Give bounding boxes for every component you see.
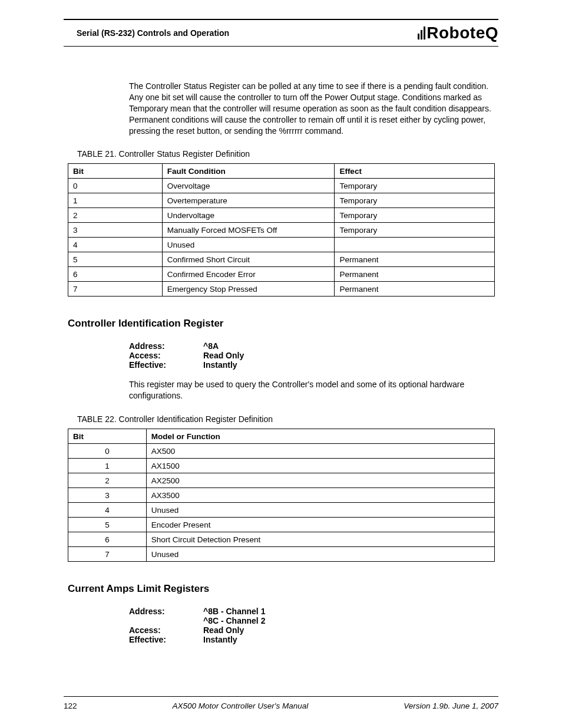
- table-row: 2AX2500: [68, 473, 495, 488]
- table-row: 5Confirmed Short CircuitPermanent: [68, 252, 495, 267]
- logo-text: RoboteQ: [427, 24, 498, 42]
- section1-paragraph: This register may be used to query the C…: [129, 379, 498, 401]
- table1-caption-text: Controller Status Register Definition: [119, 149, 250, 159]
- t2-h0: Bit: [68, 429, 147, 444]
- table-row: 0AX500: [68, 444, 495, 459]
- page-header: Serial (RS-232) Controls and Operation R…: [64, 24, 498, 47]
- section2-kv: Address:^8B - Channel 1 ^8C - Channel 2 …: [129, 607, 498, 644]
- page-footer: 122 AX500 Motor Controller User's Manual…: [64, 696, 498, 710]
- header-title: Serial (RS-232) Controls and Operation: [77, 28, 229, 38]
- table-row: 4Unused: [68, 503, 495, 518]
- t1-h2: Effect: [335, 164, 495, 179]
- footer-page-number: 122: [64, 701, 77, 710]
- footer-manual-title: AX500 Motor Controller User's Manual: [172, 701, 308, 710]
- table-row: 5Encoder Present: [68, 518, 495, 532]
- intro-paragraph: The Controller Status Register can be po…: [129, 81, 498, 136]
- logo-bars-icon: [418, 27, 425, 39]
- table-row: 3Manually Forced MOSFETs OffTemporary: [68, 223, 495, 238]
- table-row: 3AX3500: [68, 488, 495, 503]
- section1-heading: Controller Identification Register: [68, 318, 498, 330]
- brand-logo: RoboteQ: [418, 24, 498, 42]
- table-row: 1OvertemperatureTemporary: [68, 193, 495, 208]
- t1-h0: Bit: [68, 164, 163, 179]
- section2-heading: Current Amps Limit Registers: [68, 583, 498, 595]
- status-register-table: Bit Fault Condition Effect 0OvervoltageT…: [68, 163, 495, 297]
- table-row: 4Unused: [68, 238, 495, 252]
- section1-kv: Address:^8A Access:Read Only Effective:I…: [129, 341, 498, 370]
- t1-h1: Fault Condition: [162, 164, 335, 179]
- footer-version: Version 1.9b. June 1, 2007: [404, 701, 498, 710]
- table-row: 6Confirmed Encoder ErrorPermanent: [68, 267, 495, 282]
- table1-caption-label: TABLE 21.: [77, 149, 119, 159]
- table-row: 7Unused: [68, 547, 495, 562]
- table-row: 2UndervoltageTemporary: [68, 208, 495, 223]
- table2-caption-text: Controller Identification Register Defin…: [119, 414, 273, 424]
- t2-h1: Model or Function: [146, 429, 494, 444]
- identification-register-table: Bit Model or Function 0AX500 1AX1500 2AX…: [68, 429, 495, 562]
- table2-caption-label: TABLE 22.: [77, 414, 119, 424]
- table-row: 7Emergency Stop PressedPermanent: [68, 282, 495, 297]
- table-row: 1AX1500: [68, 459, 495, 473]
- table1-caption: TABLE 21. Controller Status Register Def…: [77, 149, 498, 159]
- table-row: 0OvervoltageTemporary: [68, 179, 495, 193]
- table-row: 6Short Circuit Detection Present: [68, 532, 495, 547]
- table2-caption: TABLE 22. Controller Identification Regi…: [77, 414, 498, 424]
